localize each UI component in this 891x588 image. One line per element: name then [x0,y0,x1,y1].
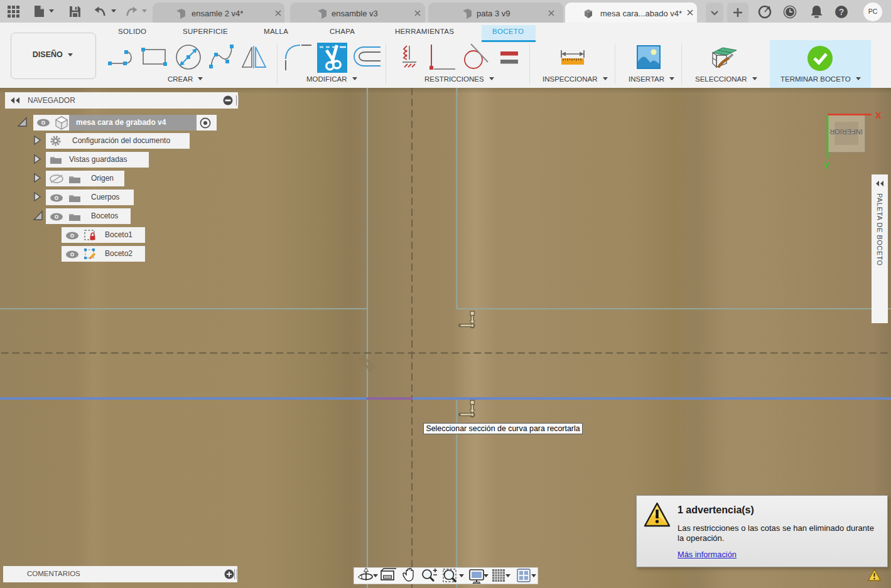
svg-text:Y: Y [824,161,830,171]
svg-text:?: ? [839,7,845,17]
svg-text:X: X [875,110,882,120]
